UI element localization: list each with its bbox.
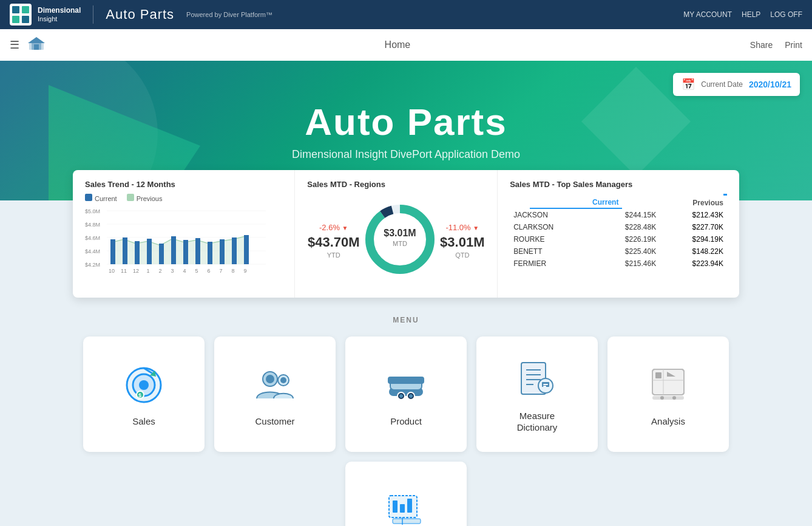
svg-rect-1	[12, 6, 19, 13]
hero-title: Auto Parts	[292, 100, 520, 143]
svg-text:6: 6	[207, 268, 210, 274]
dimensional-insight-logo	[10, 4, 32, 26]
qtd-lbl: QTD	[440, 251, 484, 259]
svg-marker-7	[28, 37, 45, 43]
menu-card-measure-dictionary[interactable]: Measure Dictionary	[476, 336, 598, 452]
svg-point-88	[672, 396, 676, 400]
svg-rect-84	[655, 372, 661, 378]
mtd-regions: -2.6% ▼ $43.70M YTD	[307, 200, 485, 281]
help-link[interactable]: HELP	[742, 10, 760, 19]
svg-text:$4.8M: $4.8M	[85, 222, 100, 228]
svg-rect-21	[123, 237, 127, 264]
svg-rect-20	[110, 239, 115, 264]
svg-rect-90	[393, 500, 398, 513]
svg-point-52	[139, 380, 149, 390]
menu-section: MENU $ Sales	[0, 298, 812, 526]
hamburger-menu[interactable]: ☰	[10, 38, 19, 52]
measure-dictionary-icon	[513, 355, 561, 404]
top-nav-left: Dimensional Insight Auto Parts Powered b…	[10, 4, 272, 26]
sales-mtd-section: Sales MTD - Regions -2.6% ▼ $43.70M YTD	[295, 170, 498, 298]
menu-label: MENU	[24, 316, 788, 324]
metrics-panel: Sales Trend - 12 Months Current Previous…	[36, 170, 776, 298]
sales-trend-section: Sales Trend - 12 Months Current Previous…	[73, 170, 295, 298]
calendar-icon: 📅	[682, 78, 695, 91]
svg-text:$: $	[138, 392, 141, 398]
svg-text:12: 12	[133, 268, 139, 274]
share-button[interactable]: Share	[750, 40, 773, 50]
qtd-stat: -11.0% ▼ $3.01M QTD	[440, 223, 484, 259]
manager-previous: $223.94K	[660, 258, 727, 270]
svg-point-60	[280, 377, 286, 383]
svg-rect-2	[22, 6, 29, 13]
app-title: Auto Parts	[106, 7, 174, 22]
svg-rect-79	[543, 386, 546, 387]
ytd-pct: -2.6% ▼	[308, 223, 360, 232]
svg-rect-24	[159, 244, 164, 264]
svg-rect-22	[135, 241, 140, 264]
svg-rect-26	[183, 240, 188, 264]
svg-text:9: 9	[243, 268, 246, 274]
home-building-icon[interactable]	[28, 36, 45, 53]
manager-previous: $148.22K	[660, 245, 727, 258]
nav-divider	[93, 5, 93, 24]
analysis-label: Analysis	[651, 415, 685, 428]
svg-rect-8	[34, 44, 39, 50]
logo-area: Dimensional Insight	[10, 4, 81, 26]
sec-nav-actions: Share Print	[750, 40, 802, 50]
manager-previous: $212.43K	[660, 209, 727, 221]
svg-rect-66	[388, 377, 424, 384]
menu-card-sales[interactable]: $ Sales	[83, 336, 205, 452]
svg-text:$5.0M: $5.0M	[85, 208, 100, 214]
menu-card-self-service[interactable]: Self Service	[345, 462, 467, 526]
chart-legend: Current Previous	[85, 194, 282, 202]
legend-current: Current	[85, 194, 117, 202]
sales-mtd-title: Sales MTD - Regions	[307, 180, 485, 189]
manager-previous: $294.19K	[660, 233, 727, 245]
table-row: CLARKSON $228.48K $227.70K	[510, 221, 727, 233]
svg-point-58	[266, 375, 274, 383]
sales-managers-table: Current Previous	[510, 197, 727, 209]
col-previous: Previous	[622, 197, 727, 208]
col-name	[510, 197, 530, 208]
legend-previous-dot	[127, 194, 134, 201]
product-icon	[382, 361, 430, 409]
svg-text:11: 11	[121, 268, 127, 274]
ytd-amt: $43.70M	[308, 234, 360, 250]
sales-trend-title: Sales Trend - 12 Months	[85, 180, 282, 189]
ytd-stat: -2.6% ▼ $43.70M YTD	[308, 223, 360, 259]
manager-current: $228.48K	[592, 221, 660, 233]
print-button[interactable]: Print	[785, 40, 802, 50]
svg-text:2: 2	[158, 268, 161, 274]
table-row: BENETT $225.40K $148.22K	[510, 245, 727, 258]
menu-card-analysis[interactable]: Analysis	[607, 336, 729, 452]
table-row: JACKSON $244.15K $212.43K	[510, 209, 727, 221]
sales-managers-scroll[interactable]: JACKSON $244.15K $212.43K CLARKSON $228.…	[510, 209, 727, 270]
menu-card-customer[interactable]: Customer	[214, 336, 336, 452]
svg-rect-91	[400, 504, 405, 513]
svg-rect-28	[208, 242, 212, 264]
menu-card-product[interactable]: Product	[345, 336, 467, 452]
svg-point-87	[660, 396, 664, 400]
sales-label: Sales	[132, 415, 155, 428]
sec-nav-left: ☰	[10, 36, 45, 53]
manager-current: $244.15K	[592, 209, 660, 221]
svg-text:8: 8	[231, 268, 234, 274]
current-date-value: 2020/10/21	[749, 80, 791, 89]
svg-rect-23	[147, 239, 152, 264]
svg-point-70	[409, 394, 413, 398]
hero-content: Auto Parts Dimensional Insight DivePort …	[292, 100, 520, 161]
manager-name: JACKSON	[510, 209, 592, 221]
svg-rect-31	[244, 235, 249, 264]
top-nav-right: MY ACCOUNT HELP LOG OFF	[683, 10, 802, 19]
svg-rect-93	[393, 519, 421, 524]
my-account-link[interactable]: MY ACCOUNT	[683, 10, 732, 19]
self-service-icon	[382, 486, 430, 526]
svg-text:4: 4	[183, 268, 186, 274]
manager-name: BENETT	[510, 245, 592, 258]
svg-rect-4	[22, 16, 29, 23]
svg-text:5: 5	[195, 268, 198, 274]
hero-subtitle: Dimensional Insight DivePort Application…	[292, 148, 520, 161]
svg-text:$4.2M: $4.2M	[85, 262, 100, 268]
log-off-link[interactable]: LOG OFF	[770, 10, 802, 19]
powered-by: Powered by Diver Platform™	[186, 11, 272, 18]
